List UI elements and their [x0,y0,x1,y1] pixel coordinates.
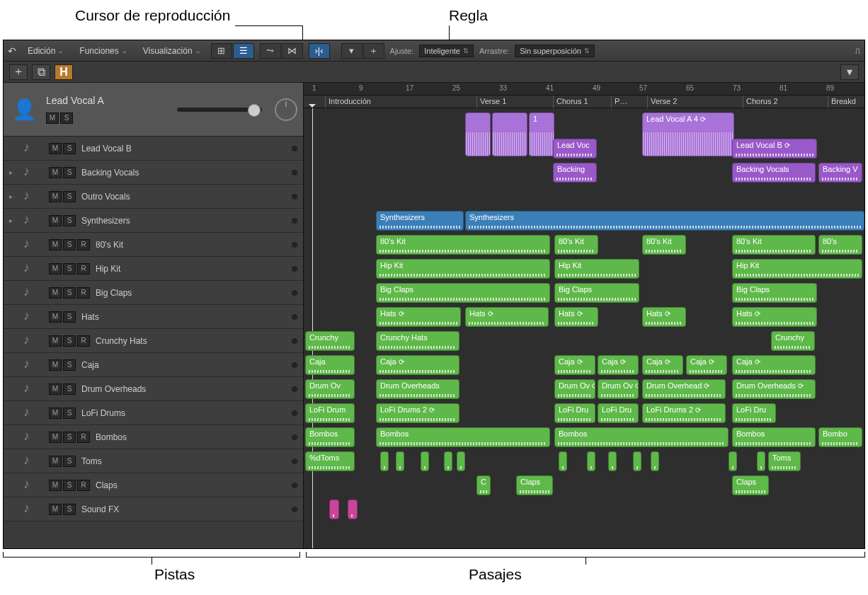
region[interactable] [465,112,491,156]
region[interactable] [380,451,389,471]
region[interactable]: Caja ⟳ [554,355,595,375]
region[interactable]: Drum Ov [305,379,355,399]
region[interactable]: Backing V [818,163,862,183]
region[interactable] [329,499,339,519]
back-icon[interactable]: ↶ [8,45,16,57]
region[interactable]: LoFi Drums 2 ⟳ [642,403,726,423]
automation-icon[interactable]: ⤳ [260,43,281,59]
waveform-zoom-icon[interactable]: ⎍ [855,46,860,56]
track-row[interactable]: ♪MSCaja [4,353,303,377]
region[interactable]: Hats ⟳ [376,307,461,327]
region[interactable]: Toms [768,451,801,471]
hide-button[interactable]: H [55,64,73,80]
solo-button[interactable]: S [63,311,76,323]
region[interactable]: LoFi Dru [598,403,639,423]
menu-view[interactable]: Visualización [137,45,205,57]
selected-track-header[interactable]: 👤 Lead Vocal A MS [4,83,303,137]
mute-button[interactable]: M [49,239,62,250]
region[interactable] [757,451,765,471]
region[interactable]: Drum Ov ⟳ [598,379,639,399]
mute-button[interactable]: M [49,456,62,467]
solo-button[interactable]: S [63,456,76,467]
region[interactable]: Synthesizers [376,211,464,231]
region[interactable]: Backing [553,163,597,183]
region[interactable]: Drum Ov ⟳ [554,379,595,399]
mute-button[interactable]: M [46,112,59,124]
solo-button[interactable]: S [63,359,76,371]
track-row[interactable]: ♪MSRHip Kit [4,257,303,281]
track-row[interactable]: ♪MSSound FX [4,497,303,521]
mute-button[interactable]: M [49,287,62,299]
grid-view-icon[interactable]: ⊞ [211,43,232,59]
region[interactable]: Hats ⟳ [554,307,598,327]
ruler[interactable]: 191725334149576573818997 [304,83,864,96]
mute-button[interactable]: M [49,408,62,419]
region[interactable]: Caja ⟳ [732,355,816,375]
duplicate-track-button[interactable]: ⧉ [32,64,50,80]
arrangement-marker[interactable]: Chorus 2 [743,96,781,108]
region[interactable]: Drum Overhead ⟳ [642,379,726,399]
region[interactable] [444,451,452,471]
arrangement-marker[interactable]: Verse 1 [476,96,509,108]
solo-button[interactable]: S [63,432,76,443]
solo-button[interactable]: S [63,335,76,347]
solo-button[interactable]: S [63,143,76,154]
arrangement-marker[interactable]: Verse 2 [647,96,680,108]
playhead[interactable] [312,108,313,548]
region[interactable]: Drum Overheads [376,379,459,399]
solo-button[interactable]: S [63,504,76,515]
solo-button[interactable]: S [63,287,76,299]
region[interactable]: LoFi Drums 2 ⟳ [376,403,459,423]
mute-button[interactable]: M [49,359,62,371]
track-row[interactable]: ♪MSLoFi Drums [4,401,303,425]
region[interactable]: Hats ⟳ [465,307,549,327]
track-row[interactable]: ♪MSLead Vocal B [4,137,303,161]
region[interactable] [421,451,429,471]
region[interactable]: LoFi Dru [732,403,776,423]
track-row[interactable]: ♪MSHats [4,305,303,329]
region[interactable]: 80's Kit [554,235,598,255]
region[interactable]: Backing Vocals [732,163,816,183]
mute-button[interactable]: M [49,215,62,226]
solo-button[interactable]: S [63,383,76,395]
mute-button[interactable]: M [49,191,62,202]
snap-select[interactable]: Inteligente [419,45,474,57]
region[interactable] [348,499,358,519]
region[interactable] [587,451,595,471]
marker-track[interactable]: IntroducciónVerse 1Chorus 1P…Verse 2Chor… [304,96,864,108]
region[interactable]: Hip Kit [376,259,550,279]
region[interactable]: 1 [529,112,554,156]
region[interactable]: Claps [516,475,553,495]
mute-button[interactable]: M [49,311,62,323]
region[interactable]: Lead Vocal B ⟳ [732,139,817,158]
track-row[interactable]: ♪MSR80's Kit [4,233,303,257]
arrangement-marker[interactable]: Breakd [828,96,859,108]
solo-button[interactable]: S [63,408,76,419]
solo-button[interactable]: S [60,112,73,124]
region[interactable] [492,112,527,156]
region[interactable]: 80's Kit [642,235,686,255]
record-enable-button[interactable]: R [77,480,90,491]
region[interactable]: Crunchy [771,331,815,351]
region[interactable]: Hats ⟳ [732,307,817,327]
disclosure-icon[interactable]: ▸ [9,192,18,200]
record-enable-button[interactable]: R [77,335,90,347]
arrangement-marker[interactable]: Chorus 1 [553,96,591,108]
region[interactable]: Bombo [818,427,862,447]
list-view-icon[interactable]: ☰ [233,43,254,59]
region[interactable]: Bombos [554,427,729,447]
region[interactable] [457,451,465,471]
region[interactable]: LoFi Drum [305,403,355,423]
track-row[interactable]: ▸♪MSSynthesizers [4,209,303,233]
arrangement-marker[interactable]: Introducción [325,96,374,108]
region[interactable]: Big Claps [554,283,639,303]
solo-button[interactable]: S [63,191,76,202]
track-row[interactable]: ♪MSRClaps [4,473,303,497]
track-row[interactable]: ♪MSRCrunchy Hats [4,329,303,353]
record-enable-button[interactable]: R [77,263,90,275]
solo-button[interactable]: S [63,239,76,250]
region[interactable]: Bombos [732,427,816,447]
region[interactable]: Lead Vocal A 4 ⟳ [642,112,734,156]
arrangement-marker[interactable]: P… [611,96,630,108]
region[interactable]: 80's Kit [376,235,550,255]
